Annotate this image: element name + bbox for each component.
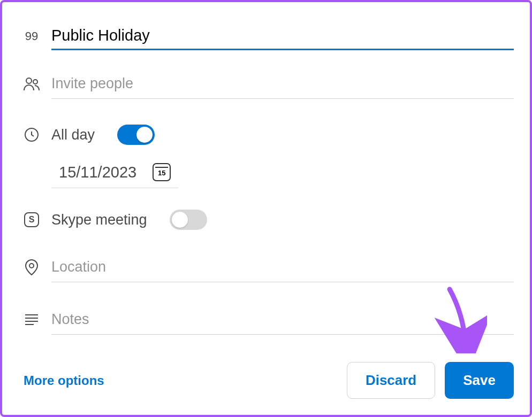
discard-button[interactable]: Discard <box>347 362 435 399</box>
svg-point-1 <box>33 80 37 84</box>
clock-icon <box>24 127 40 143</box>
notes-input[interactable] <box>51 305 514 335</box>
location-input[interactable] <box>51 252 514 282</box>
svg-point-0 <box>26 78 32 83</box>
event-title-input[interactable] <box>51 22 514 50</box>
all-day-toggle[interactable] <box>117 125 155 145</box>
location-icon <box>24 259 40 275</box>
invite-people-input[interactable] <box>51 69 514 99</box>
skype-meeting-label: Skype meeting <box>51 212 147 228</box>
calendar-icon[interactable]: 15 <box>153 163 171 181</box>
quote-icon: 99 <box>24 28 40 44</box>
date-field[interactable]: 15/11/2023 15 <box>51 160 178 188</box>
notes-icon <box>24 312 40 328</box>
svg-point-3 <box>29 264 34 268</box>
skype-meeting-toggle[interactable] <box>170 210 207 230</box>
skype-icon: S <box>24 212 40 228</box>
date-value: 15/11/2023 <box>59 164 136 181</box>
people-icon <box>24 76 40 92</box>
more-options-link[interactable]: More options <box>24 373 104 388</box>
all-day-label: All day <box>51 127 95 143</box>
save-button[interactable]: Save <box>445 362 514 399</box>
